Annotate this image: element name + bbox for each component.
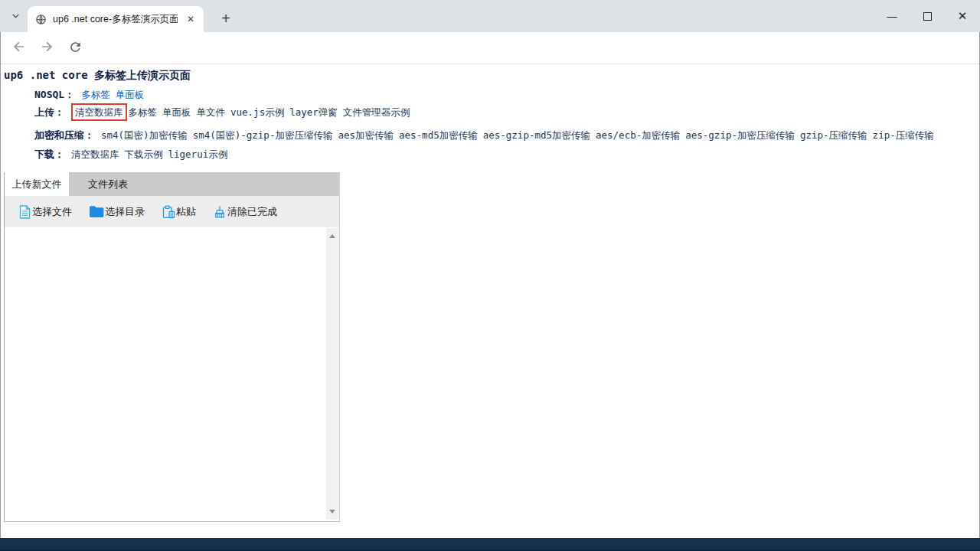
nav-link[interactable]: layer弹窗: [289, 106, 338, 118]
tab-title: up6 .net core-多标签演示页面: [53, 13, 178, 26]
refresh-icon: [68, 40, 83, 57]
tool-folder-button[interactable]: 选择目录: [89, 205, 145, 219]
nav-link[interactable]: 单面板: [162, 106, 191, 118]
panel-tab-active[interactable]: 上传新文件: [5, 172, 69, 196]
tool-label: 清除已完成: [227, 205, 277, 219]
nav-row-label: 下载：: [34, 148, 64, 160]
tab-close-icon[interactable]: ✕: [184, 12, 198, 26]
nav-row-label: NOSQL：: [34, 89, 74, 100]
maximize-icon: [923, 12, 932, 21]
tool-label: 选择目录: [105, 205, 145, 219]
nav-link[interactable]: 清空数据库: [71, 148, 119, 160]
arrow-right-icon: [39, 39, 54, 57]
tool-broom-button[interactable]: 清除已完成: [213, 205, 277, 219]
nav-row-label: 加密和压缩：: [34, 129, 94, 141]
broom-icon: [213, 205, 227, 219]
window-controls: — ✕: [874, 0, 980, 32]
nav-link[interactable]: 单面板: [116, 89, 145, 100]
tool-label: 粘贴: [176, 205, 196, 219]
tool-label: 选择文件: [32, 205, 72, 219]
nav-link[interactable]: aes-gzip-加密压缩传输: [685, 129, 795, 141]
nav-link[interactable]: sm4(国密)加密传输: [101, 129, 188, 141]
panel-scrollbar[interactable]: [326, 228, 339, 520]
panel-tab-inactive[interactable]: 文件列表: [69, 172, 147, 196]
folder-icon: [89, 205, 104, 218]
nav-link[interactable]: aes-md5加密传输: [399, 129, 478, 141]
browser-toolbar: localhost:5135/index.html: [0, 32, 980, 64]
nav-link[interactable]: gzip-压缩传输: [800, 129, 867, 141]
arrow-left-icon: [11, 39, 27, 57]
nav-row-label: 上传：: [34, 106, 64, 118]
nav-link[interactable]: 下载示例: [125, 148, 163, 160]
nav-link[interactable]: 多标签: [129, 106, 158, 118]
nav-link[interactable]: 单文件: [197, 106, 226, 118]
scroll-up-icon[interactable]: [329, 234, 335, 238]
tab-search-button[interactable]: [5, 7, 25, 27]
nav-link[interactable]: aes加密传输: [338, 129, 394, 141]
minimize-button[interactable]: —: [874, 0, 910, 32]
nav-link[interactable]: sm4(国密)-gzip-加密压缩传输: [193, 129, 333, 141]
scroll-down-icon[interactable]: [329, 510, 335, 514]
reload-button[interactable]: [66, 39, 84, 57]
upload-panel: 上传新文件文件列表 选择文件选择目录粘贴清除已完成: [4, 172, 340, 522]
page-content: up6 .net core 多标签上传演示页面 NOSQL：多标签单面板上传：清…: [1, 64, 979, 538]
nav-link[interactable]: aes-gzip-md5加密传输: [483, 129, 590, 141]
page-title: up6 .net core 多标签上传演示页面: [4, 69, 191, 83]
back-button[interactable]: [10, 39, 28, 57]
nav-link[interactable]: 多标签: [81, 89, 110, 100]
nav-link[interactable]: aes/ecb-加密传输: [596, 129, 680, 141]
new-tab-button[interactable]: +: [216, 8, 236, 28]
nav-link[interactable]: ligerui示例: [168, 148, 228, 160]
panel-tabstrip: 上传新文件文件列表: [5, 172, 339, 196]
nav-row-2: 加密和压缩：sm4(国密)加密传输sm4(国密)-gzip-加密压缩传输aes加…: [34, 129, 939, 142]
nav-link[interactable]: vue.js示例: [230, 106, 284, 118]
close-button[interactable]: ✕: [945, 0, 980, 32]
paste-icon: [162, 205, 175, 219]
browser-tab[interactable]: up6 .net core-多标签演示页面 ✕: [28, 6, 204, 32]
nav-row-3: 下载：清空数据库下载示例ligerui示例: [34, 148, 233, 161]
forward-button[interactable]: [38, 39, 56, 57]
maximize-button[interactable]: [910, 0, 945, 32]
file-icon: [18, 205, 31, 219]
nav-link[interactable]: zip-压缩传输: [873, 129, 934, 141]
chevron-down-icon: [11, 10, 21, 24]
globe-favicon-icon: [35, 14, 47, 25]
panel-toolbar: 选择文件选择目录粘贴清除已完成: [5, 196, 339, 227]
tool-paste-button[interactable]: 粘贴: [162, 205, 196, 219]
nav-link-highlighted[interactable]: 清空数据库: [71, 103, 127, 121]
bottom-edge-bar: [0, 538, 980, 551]
nav-link[interactable]: 文件管理器示例: [343, 106, 410, 118]
browser-titlebar: up6 .net core-多标签演示页面 ✕ + — ✕: [0, 0, 980, 32]
upload-list-area: [5, 227, 339, 520]
nav-row-0: NOSQL：多标签单面板: [34, 88, 149, 102]
tool-file-button[interactable]: 选择文件: [18, 205, 72, 219]
nav-row-1: 上传：清空数据库多标签单面板单文件vue.js示例layer弹窗文件管理器示例: [34, 106, 415, 119]
